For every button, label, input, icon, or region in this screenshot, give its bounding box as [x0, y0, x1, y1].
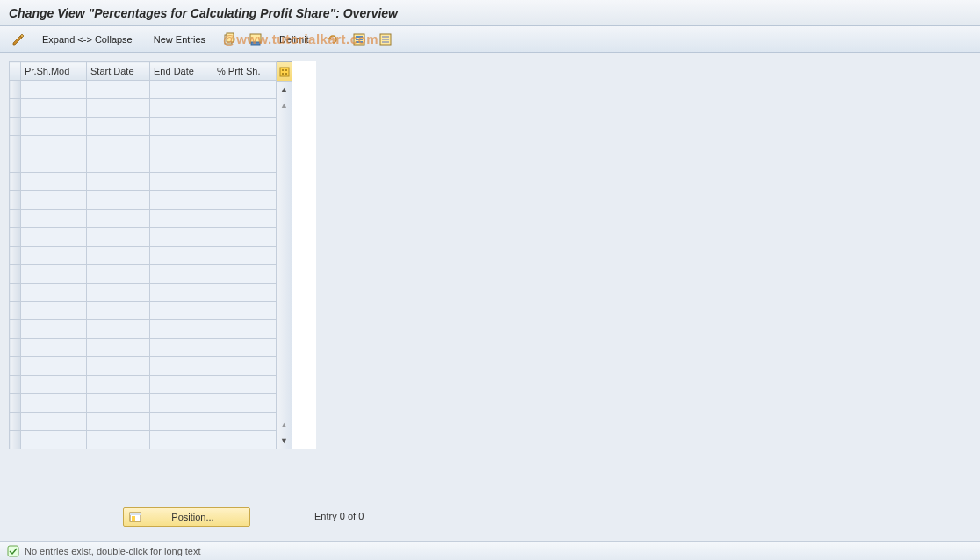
- row-selector[interactable]: [10, 394, 21, 413]
- table-cell[interactable]: [21, 376, 87, 394]
- cell-input[interactable]: [90, 81, 146, 98]
- cell-input[interactable]: [25, 339, 83, 356]
- cell-input[interactable]: [90, 99, 146, 117]
- cell-input[interactable]: [25, 376, 83, 393]
- cell-input[interactable]: [217, 431, 272, 449]
- row-selector[interactable]: [10, 284, 21, 302]
- cell-input[interactable]: [217, 99, 272, 117]
- cell-input[interactable]: [217, 265, 272, 283]
- row-selector[interactable]: [10, 191, 21, 210]
- table-cell[interactable]: [150, 339, 213, 357]
- pencil-icon[interactable]: [7, 30, 30, 49]
- table-cell[interactable]: [213, 136, 277, 154]
- table-cell[interactable]: [150, 284, 213, 302]
- delimit-button[interactable]: Delimit: [279, 34, 309, 45]
- cell-input[interactable]: [217, 357, 272, 375]
- cell-input[interactable]: [25, 154, 83, 172]
- cell-input[interactable]: [217, 136, 272, 154]
- table-cell[interactable]: [87, 99, 150, 118]
- table-cell[interactable]: [21, 191, 87, 210]
- cell-input[interactable]: [25, 394, 83, 412]
- table-cell[interactable]: [21, 118, 87, 136]
- table-cell[interactable]: [21, 136, 87, 154]
- col-start-date[interactable]: Start Date: [87, 62, 150, 81]
- table-cell[interactable]: [213, 228, 277, 247]
- cell-input[interactable]: [90, 154, 146, 172]
- table-cell[interactable]: [87, 431, 150, 449]
- cell-input[interactable]: [90, 302, 146, 319]
- table-cell[interactable]: [213, 99, 277, 118]
- row-selector[interactable]: [10, 173, 21, 191]
- cell-input[interactable]: [25, 247, 83, 264]
- col-end-date[interactable]: End Date: [150, 62, 213, 81]
- cell-input[interactable]: [217, 302, 272, 319]
- cell-input[interactable]: [154, 191, 209, 209]
- cell-input[interactable]: [154, 228, 209, 246]
- table-cell[interactable]: [150, 191, 213, 210]
- cell-input[interactable]: [154, 394, 209, 412]
- cell-input[interactable]: [90, 228, 146, 246]
- undo-icon[interactable]: [321, 30, 344, 49]
- table-cell[interactable]: [87, 228, 150, 247]
- cell-input[interactable]: [90, 339, 146, 356]
- cell-input[interactable]: [25, 431, 83, 449]
- table-cell[interactable]: [87, 118, 150, 136]
- table-cell[interactable]: [87, 173, 150, 191]
- expand-collapse-button[interactable]: Expand <-> Collapse: [42, 34, 133, 45]
- table-cell[interactable]: [213, 81, 277, 99]
- row-selector[interactable]: [10, 376, 21, 394]
- cell-input[interactable]: [217, 228, 272, 246]
- cell-input[interactable]: [217, 413, 272, 430]
- table-cell[interactable]: [87, 191, 150, 210]
- cell-input[interactable]: [217, 376, 272, 393]
- cell-input[interactable]: [25, 357, 83, 375]
- cell-input[interactable]: [90, 173, 146, 190]
- col-pct-prft-sh[interactable]: % Prft Sh.: [213, 62, 277, 81]
- row-selector[interactable]: [10, 154, 21, 173]
- row-selector[interactable]: [10, 210, 21, 228]
- table-cell[interactable]: [21, 81, 87, 99]
- cell-input[interactable]: [217, 154, 272, 172]
- table-cell[interactable]: [213, 376, 277, 394]
- deselect-all-icon[interactable]: [374, 30, 397, 49]
- cell-input[interactable]: [25, 413, 83, 430]
- cell-input[interactable]: [154, 339, 209, 356]
- cell-input[interactable]: [154, 302, 209, 319]
- table-cell[interactable]: [21, 99, 87, 118]
- table-cell[interactable]: [213, 118, 277, 136]
- table-cell[interactable]: [213, 265, 277, 284]
- cell-input[interactable]: [217, 339, 272, 356]
- cell-input[interactable]: [90, 284, 146, 301]
- table-cell[interactable]: [21, 339, 87, 357]
- table-cell[interactable]: [87, 284, 150, 302]
- table-cell[interactable]: [87, 136, 150, 154]
- cell-input[interactable]: [25, 136, 83, 154]
- cell-input[interactable]: [217, 394, 272, 412]
- cell-input[interactable]: [154, 154, 209, 172]
- cell-input[interactable]: [25, 118, 83, 135]
- cell-input[interactable]: [90, 191, 146, 209]
- table-cell[interactable]: [21, 394, 87, 413]
- table-cell[interactable]: [150, 376, 213, 394]
- copy-icon[interactable]: [218, 30, 241, 49]
- row-selector[interactable]: [10, 357, 21, 376]
- row-selector[interactable]: [10, 247, 21, 265]
- table-cell[interactable]: [213, 339, 277, 357]
- cell-input[interactable]: [90, 413, 146, 430]
- table-cell[interactable]: [87, 320, 150, 339]
- table-cell[interactable]: [21, 210, 87, 228]
- cell-input[interactable]: [154, 99, 209, 117]
- scroll-down-icon[interactable]: ▼: [277, 433, 292, 449]
- row-selector[interactable]: [10, 81, 21, 99]
- table-cell[interactable]: [150, 118, 213, 136]
- cell-input[interactable]: [25, 302, 83, 319]
- table-cell[interactable]: [21, 284, 87, 302]
- cell-input[interactable]: [154, 173, 209, 190]
- cell-input[interactable]: [217, 118, 272, 135]
- row-selector[interactable]: [10, 302, 21, 320]
- cell-input[interactable]: [217, 284, 272, 301]
- table-cell[interactable]: [87, 265, 150, 284]
- position-button[interactable]: Position...: [123, 507, 250, 527]
- table-cell[interactable]: [87, 376, 150, 394]
- cell-input[interactable]: [90, 247, 146, 264]
